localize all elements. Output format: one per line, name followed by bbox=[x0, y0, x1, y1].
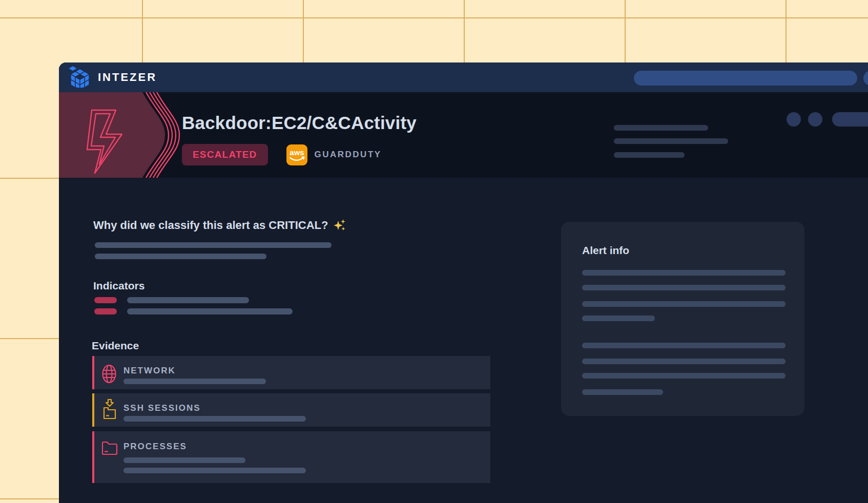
evidence-label: PROCESSES bbox=[123, 442, 187, 452]
evidence-row-processes[interactable]: PROCESSES bbox=[92, 431, 490, 483]
evidence-heading: Evidence bbox=[92, 340, 139, 352]
page: INTEZER Backdoor:EC2/C&CActivity bbox=[0, 0, 868, 503]
skeleton-bar bbox=[582, 359, 786, 364]
evidence-row-ssh-sessions[interactable]: SSH SESSIONS bbox=[92, 393, 490, 427]
header-action-pill[interactable] bbox=[832, 112, 868, 127]
skeleton-bar bbox=[614, 138, 728, 144]
evidence-label: SSH SESSIONS bbox=[123, 403, 201, 413]
skeleton-bar bbox=[123, 416, 306, 422]
globe-icon bbox=[101, 364, 117, 384]
skeleton-bar bbox=[582, 301, 786, 307]
alert-badges: ESCALATED aws GUARDDUTY bbox=[182, 144, 382, 165]
skeleton-bar bbox=[582, 285, 786, 290]
main-content: Why did we classify this alert as CRITIC… bbox=[59, 178, 868, 503]
skeleton-bar bbox=[614, 152, 685, 158]
grid-line bbox=[0, 17, 868, 18]
intezer-app-window: INTEZER Backdoor:EC2/C&CActivity bbox=[59, 62, 868, 503]
nav-search-placeholder[interactable] bbox=[634, 71, 857, 86]
svg-text:aws: aws bbox=[290, 148, 304, 157]
evidence-label: NETWORK bbox=[123, 366, 176, 376]
brand-name: INTEZER bbox=[98, 71, 157, 84]
intezer-cube-icon bbox=[68, 66, 92, 89]
aws-logo-icon: aws bbox=[286, 144, 307, 165]
indicators-heading: Indicators bbox=[93, 280, 144, 292]
header-action-dot[interactable] bbox=[787, 112, 801, 127]
brand-logo[interactable]: INTEZER bbox=[68, 66, 157, 89]
indicator-severity-pill bbox=[94, 297, 117, 303]
skeleton-bar bbox=[123, 457, 245, 463]
skeleton-bar bbox=[582, 316, 655, 321]
skeleton-bar bbox=[123, 468, 306, 473]
alert-title: Backdoor:EC2/C&CActivity bbox=[182, 113, 417, 133]
skeleton-bar bbox=[614, 125, 708, 131]
indicator-severity-pill bbox=[94, 308, 117, 315]
classification-question-heading: Why did we classify this alert as CRITIC… bbox=[93, 219, 346, 232]
skeleton-bar bbox=[582, 389, 663, 395]
status-badge: ESCALATED bbox=[182, 144, 268, 165]
top-navbar: INTEZER bbox=[59, 62, 868, 92]
folder-icon bbox=[101, 439, 118, 456]
download-tray-icon bbox=[101, 399, 118, 420]
lightning-bolt-illustration bbox=[59, 92, 182, 178]
nav-menu-placeholder[interactable] bbox=[863, 71, 868, 86]
alert-header: Backdoor:EC2/C&CActivity ESCALATED aws G… bbox=[59, 92, 868, 178]
source-name: GUARDDUTY bbox=[315, 150, 382, 160]
alert-info-panel: Alert info bbox=[561, 222, 804, 416]
skeleton-bar bbox=[95, 242, 332, 248]
skeleton-bar bbox=[127, 297, 249, 303]
evidence-row-network[interactable]: NETWORK bbox=[92, 356, 490, 389]
skeleton-bar bbox=[123, 379, 266, 384]
skeleton-bar bbox=[582, 373, 786, 379]
skeleton-bar bbox=[582, 343, 786, 348]
skeleton-bar bbox=[95, 254, 266, 259]
skeleton-bar bbox=[582, 270, 786, 276]
sparkles-icon bbox=[333, 219, 346, 232]
alert-info-title: Alert info bbox=[582, 244, 629, 257]
header-action-dot[interactable] bbox=[808, 112, 822, 127]
skeleton-bar bbox=[127, 308, 293, 315]
